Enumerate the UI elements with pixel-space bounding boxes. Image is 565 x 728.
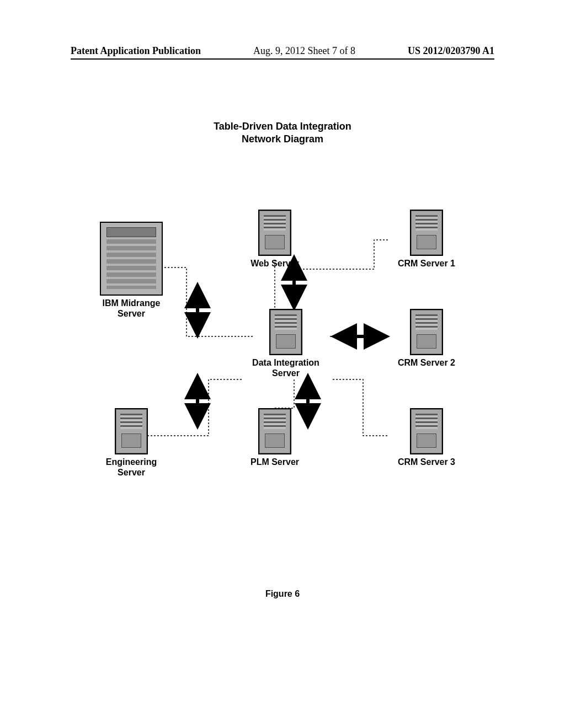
label-crm2: CRM Server 2 [388, 357, 465, 368]
diagram-title-line1: Table-Driven Data Integration [0, 120, 565, 133]
tower-server-icon [410, 408, 443, 454]
header-divider [71, 58, 494, 60]
node-crm-server-1: CRM Server 1 [388, 210, 465, 269]
page-header: Patent Application Publication Aug. 9, 2… [71, 45, 494, 57]
node-data-integration-server: Data Integration Server [239, 309, 333, 378]
label-crm1: CRM Server 1 [388, 258, 465, 269]
tower-server-icon [258, 210, 291, 256]
node-engineering-server: Engineering Server [93, 408, 170, 478]
node-crm-server-3: CRM Server 3 [388, 408, 465, 467]
label-data-integration: Data Integration Server [239, 357, 333, 378]
publication-number: US 2012/0203790 A1 [408, 45, 494, 57]
label-plm: PLM Server [236, 457, 313, 467]
tower-server-icon [258, 408, 291, 454]
label-engineering: Engineering Server [93, 457, 170, 478]
tower-server-icon [115, 408, 148, 454]
node-ibm-midrange-server: IBM Midrange Server [90, 222, 173, 319]
network-diagram: IBM Midrange Server Web Server CRM Serve… [71, 199, 495, 507]
diagram-title-line2: Network Diagram [0, 133, 565, 146]
label-crm3: CRM Server 3 [388, 457, 465, 467]
tower-server-icon [410, 210, 443, 256]
figure-caption: Figure 6 [0, 589, 565, 599]
midrange-server-icon [100, 222, 163, 296]
node-crm-server-2: CRM Server 2 [388, 309, 465, 368]
node-web-server: Web Server [236, 210, 313, 269]
tower-server-icon [269, 309, 302, 355]
label-ibm-midrange: IBM Midrange Server [90, 298, 173, 319]
label-web-server: Web Server [236, 258, 313, 269]
tower-server-icon [410, 309, 443, 355]
node-plm-server: PLM Server [236, 408, 313, 467]
sheet-info: Aug. 9, 2012 Sheet 7 of 8 [253, 45, 355, 57]
publication-label: Patent Application Publication [71, 45, 201, 57]
diagram-title: Table-Driven Data Integration Network Di… [0, 120, 565, 145]
